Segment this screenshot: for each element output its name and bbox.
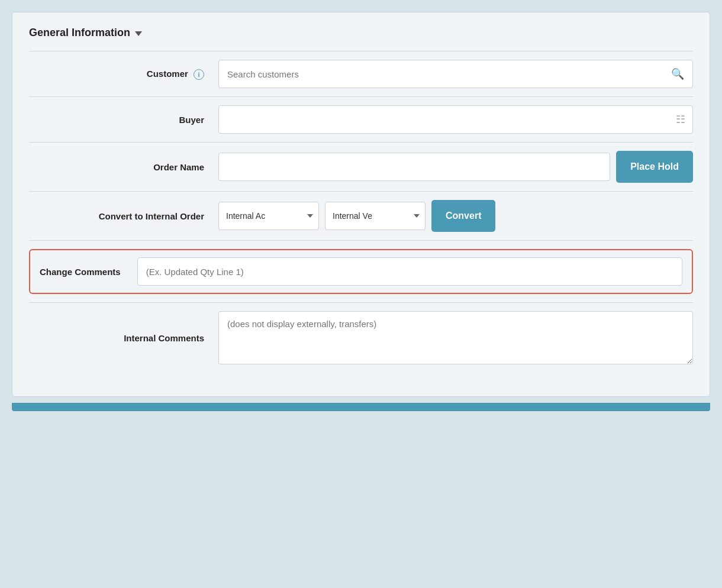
general-information-card: General Information Customer i 🔍 Buyer ☷… <box>12 12 710 397</box>
order-name-row: Order Name Place Hold <box>29 142 693 191</box>
customer-search-box[interactable]: 🔍 <box>218 60 693 88</box>
customer-control: 🔍 <box>218 60 693 88</box>
convert-button[interactable]: Convert <box>431 200 495 232</box>
buyer-row: Buyer ☷ <box>29 96 693 142</box>
search-button[interactable]: 🔍 <box>671 67 684 80</box>
convert-label: Convert to Internal Order <box>29 211 218 221</box>
customer-label: Customer i <box>29 69 218 80</box>
internal-comments-textarea[interactable] <box>218 311 693 364</box>
change-comments-label: Change Comments <box>40 267 121 277</box>
buyer-label: Buyer <box>29 115 218 125</box>
place-hold-button[interactable]: Place Hold <box>616 151 693 183</box>
buyer-card-icon: ☷ <box>676 113 685 126</box>
order-name-label: Order Name <box>29 162 218 172</box>
order-name-input[interactable] <box>218 153 610 181</box>
section-title: General Information <box>29 27 693 39</box>
buyer-input-box[interactable]: ☷ <box>218 105 693 134</box>
internal-comments-label: Internal Comments <box>29 333 218 343</box>
internal-vendor-select[interactable]: Internal Ve Internal Vendor 2 <box>325 202 426 230</box>
customer-row: Customer i 🔍 <box>29 51 693 96</box>
customer-info-icon[interactable]: i <box>194 69 204 80</box>
internal-account-select[interactable]: Internal Ac Internal Account 2 <box>218 202 319 230</box>
internal-account-wrapper: Internal Ac Internal Account 2 <box>218 202 319 230</box>
internal-comments-control <box>218 311 693 364</box>
change-comments-input[interactable] <box>137 257 682 286</box>
customer-search-input[interactable] <box>227 69 671 79</box>
change-comments-highlight-box: Change Comments <box>29 249 693 294</box>
bottom-accent-bar <box>12 403 710 411</box>
section-title-text: General Information <box>29 27 130 39</box>
order-name-control: Place Hold <box>218 151 693 183</box>
internal-vendor-wrapper: Internal Ve Internal Vendor 2 <box>325 202 426 230</box>
internal-comments-row: Internal Comments <box>29 302 693 373</box>
convert-control: Internal Ac Internal Account 2 Internal … <box>218 200 693 232</box>
change-comments-row: Change Comments <box>29 240 693 302</box>
buyer-control: ☷ <box>218 105 693 134</box>
convert-row: Convert to Internal Order Internal Ac In… <box>29 191 693 240</box>
chevron-down-icon[interactable] <box>135 31 142 36</box>
